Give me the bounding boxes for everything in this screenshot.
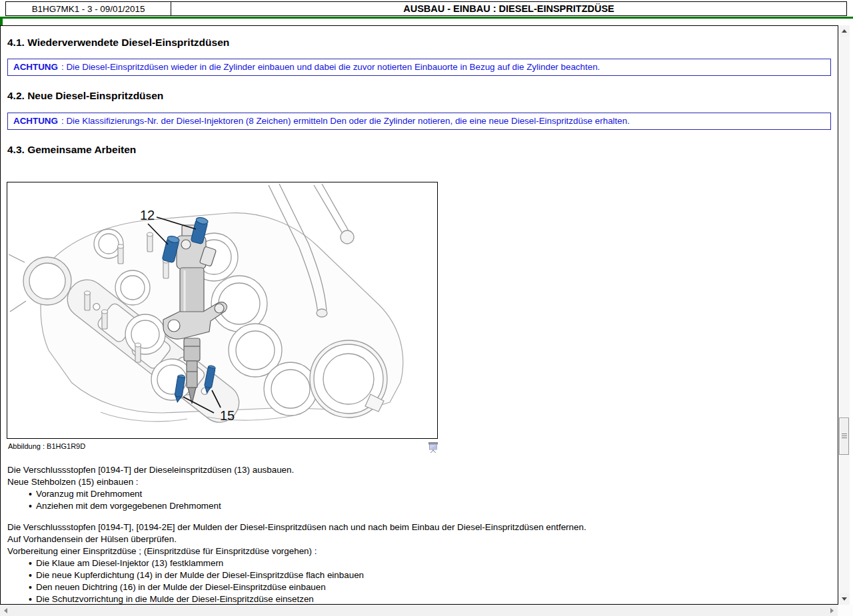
arrow-up-icon [842,29,847,33]
section-heading-4-3: 4.3. Gemeinsame Arbeiten [7,144,838,155]
paragraph: Neue Stehbolzen (15) einbauen : [7,476,838,488]
figure-frame: 12 15 [7,182,438,439]
arrow-right-icon [830,608,834,613]
scroll-right-button[interactable] [826,605,838,616]
doc-reference: B1HG7MK1 - 3 - 09/01/2015 [5,1,171,16]
warning-box-1: ACHTUNG: Die Diesel-Einspritzdüsen wiede… [7,59,831,76]
paragraph: Auf Vorhandensein der Hülsen überprüfen. [7,533,838,545]
list-item: Voranzug mit Drehmoment [1,488,838,500]
figure-label-12: 12 [140,208,155,222]
warning-label: ACHTUNG [13,62,58,72]
figure-label-15: 15 [220,408,235,423]
horizontal-scrollbar[interactable] [0,605,838,616]
arrow-left-icon [4,608,7,613]
list-item: Anziehen mit dem vorgegebenen Drehmoment [1,500,838,512]
bullet-list: Voranzug mit Drehmoment Anziehen mit dem… [1,488,838,512]
projector-screen-icon[interactable] [428,442,438,456]
paragraph: Die Verschlussstopfen [0194-T] der Diese… [7,464,838,476]
scroll-left-button[interactable] [0,605,11,616]
vertical-scrollbar-thumb[interactable] [839,418,849,455]
warning-text: : Die Klassifizierungs-Nr. der Diesel-In… [61,116,630,126]
content-area: 4.1. Wiederverwendete Diesel-Einspritzdü… [0,25,838,605]
thumb-grip [842,434,847,434]
paragraph: Die Verschlussstopfen [0194-T], [0194-2E… [7,521,838,533]
figure-caption: Abbildung : B1HG1R9D [8,442,85,451]
paragraph: Vorbereitung einer Einspritzdüse ; (Eins… [7,545,838,557]
figure-illustration: 12 15 [7,182,437,438]
vertical-scrollbar[interactable] [838,25,850,605]
bullet-list: Die Klaue am Diesel-Injektor (13) festkl… [1,557,838,605]
scroll-up-button[interactable] [838,25,850,37]
warning-label: ACHTUNG [13,116,58,126]
list-item: Die Klaue am Diesel-Injektor (13) festkl… [1,557,838,569]
list-item: Die Schutzvorrichtung in die Mulde der D… [1,593,838,605]
list-item: Den neuen Dichtring (16) in der Mulde de… [1,581,838,593]
section-heading-4-1: 4.1. Wiederverwendete Diesel-Einspritzdü… [7,37,838,48]
scroll-down-button[interactable] [838,593,850,605]
warning-box-2: ACHTUNG: Die Klassifizierungs-Nr. der Di… [7,113,831,130]
page-title: AUSBAU - EINBAU : DIESEL-EINSPRITZDÜSE [171,1,847,16]
scrollbar-corner [838,605,853,616]
warning-text: : Die Diesel-Einspritzdüsen wieder in di… [61,62,600,72]
header-divider [0,17,853,19]
header-divider-stub [0,17,3,26]
list-item: Die neue Kupferdichtung (14) in der Muld… [1,569,838,581]
arrow-down-icon [842,597,847,601]
section-heading-4-2: 4.2. Neue Diesel-Einspritzdüsen [7,90,838,101]
manual-page: B1HG7MK1 - 3 - 09/01/2015 AUSBAU - EINBA… [0,0,853,616]
